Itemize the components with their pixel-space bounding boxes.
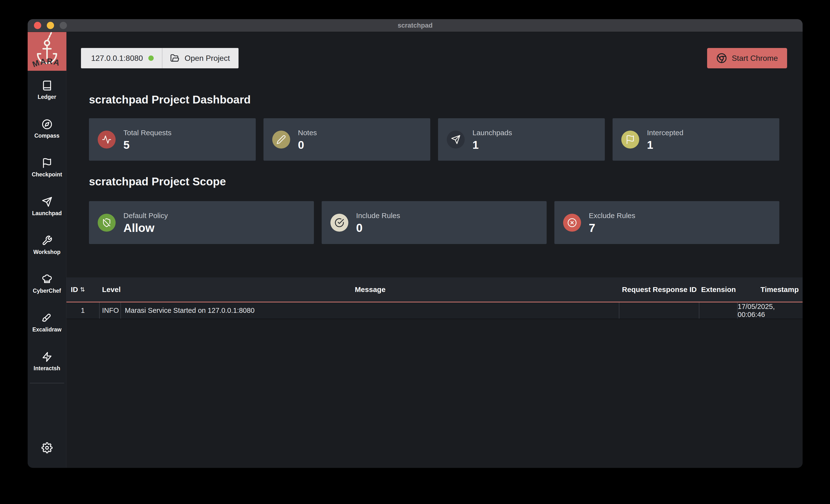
- open-project-button[interactable]: Open Project: [162, 48, 239, 68]
- sidebar-item-workshop[interactable]: Workshop: [28, 226, 66, 265]
- log-table: ID ⇅ Level Message Request Response ID E…: [66, 277, 803, 319]
- column-header-timestamp[interactable]: Timestamp: [738, 277, 803, 302]
- scope-title: scratchpad Project Scope: [89, 175, 779, 188]
- stat-card-notes: Notes 0: [263, 118, 430, 161]
- scope-card-default-policy: Default Policy Allow: [89, 201, 314, 244]
- gear-icon: [41, 442, 53, 453]
- column-header-request-response-id[interactable]: Request Response ID: [619, 277, 699, 302]
- traffic-lights: [34, 19, 67, 32]
- sidebar-item-label: Ledger: [38, 94, 56, 100]
- stat-value: 0: [298, 139, 317, 150]
- main-content: 127.0.0.1:8080 Open Project Start Chrome…: [66, 32, 803, 468]
- stat-label: Total Requests: [123, 129, 171, 137]
- sidebar-item-label: CyberChef: [33, 288, 61, 294]
- marasi-logo[interactable]: MARASI: [28, 32, 66, 71]
- shield-off-icon: [98, 214, 116, 232]
- minimize-window-button[interactable]: [47, 22, 54, 29]
- cell-id: 1: [66, 302, 100, 318]
- brand-text: MARASI: [28, 32, 61, 69]
- stat-value: 1: [473, 139, 512, 150]
- stat-label: Launchpads: [473, 129, 512, 137]
- sidebar-item-label: Checkpoint: [32, 171, 62, 178]
- dashboard-title: scratchpad Project Dashboard: [89, 93, 779, 106]
- toolbar: 127.0.0.1:8080 Open Project Start Chrome: [81, 48, 787, 68]
- online-status-dot: [148, 56, 154, 61]
- cell-request-response-id: [619, 302, 699, 318]
- open-project-label: Open Project: [185, 54, 230, 63]
- cell-extension: [699, 302, 738, 318]
- sidebar-item-cyberchef[interactable]: CyberChef: [28, 265, 66, 303]
- scope-card-include-rules: Include Rules 0: [322, 201, 547, 244]
- chrome-icon: [716, 53, 727, 64]
- svg-text:MARASI: MARASI: [28, 32, 61, 69]
- log-table-row[interactable]: 1 INFO Marasi Service Started on 127.0.0…: [66, 302, 803, 319]
- column-header-id[interactable]: ID ⇅: [66, 277, 100, 302]
- start-chrome-button[interactable]: Start Chrome: [707, 48, 787, 68]
- stat-label: Intercepted: [647, 129, 683, 137]
- sidebar-divider: [30, 383, 64, 383]
- proxy-address-display[interactable]: 127.0.0.1:8080: [81, 48, 162, 68]
- proxy-address-text: 127.0.0.1:8080: [91, 54, 143, 63]
- titlebar[interactable]: scratchpad: [28, 19, 803, 32]
- sidebar-item-checkpoint[interactable]: Checkpoint: [28, 148, 66, 187]
- zoom-window-button[interactable]: [60, 22, 67, 29]
- stat-card-total-requests: Total Requests 5: [89, 118, 256, 161]
- x-circle-icon: [563, 214, 581, 232]
- sidebar-item-launchpad[interactable]: Launchpad: [28, 187, 66, 226]
- wrench-icon: [42, 235, 52, 246]
- sort-icon: ⇅: [80, 286, 85, 293]
- scope-value: 0: [356, 222, 400, 234]
- cell-level: INFO: [100, 302, 121, 318]
- column-header-message[interactable]: Message: [121, 277, 619, 302]
- scope-label: Include Rules: [356, 211, 400, 220]
- dashboard-stats: Total Requests 5 Notes 0: [89, 118, 779, 161]
- app-window: scratchpad MARASI: [28, 19, 803, 468]
- cell-message: Marasi Service Started on 127.0.0.1:8080: [121, 302, 619, 318]
- sidebar-item-label: Launchpad: [32, 210, 62, 216]
- check-circle-icon: [330, 214, 348, 232]
- sidebar-item-label: Compass: [34, 133, 60, 139]
- scope-value: Allow: [123, 222, 168, 234]
- cell-timestamp: 17/05/2025, 00:06:46: [738, 302, 803, 318]
- window-title: scratchpad: [397, 22, 433, 29]
- proxy-control-group: 127.0.0.1:8080 Open Project: [81, 48, 238, 68]
- scope-value: 7: [589, 222, 635, 234]
- anchor-icon: MARASI: [28, 32, 66, 71]
- close-window-button[interactable]: [34, 22, 41, 29]
- paper-plane-icon: [42, 197, 52, 207]
- sidebar-item-label: Excalidraw: [32, 326, 61, 333]
- log-table-header: ID ⇅ Level Message Request Response ID E…: [66, 277, 803, 302]
- sidebar-item-excalidraw[interactable]: Excalidraw: [28, 303, 66, 342]
- activity-icon: [98, 131, 116, 148]
- stat-value: 1: [647, 139, 683, 150]
- paper-plane-icon: [447, 131, 465, 148]
- scope-cards: Default Policy Allow Include Rules 0: [89, 201, 779, 244]
- stat-card-intercepted: Intercepted 1: [612, 118, 779, 161]
- scope-card-exclude-rules: Exclude Rules 7: [554, 201, 779, 244]
- start-chrome-label: Start Chrome: [732, 54, 778, 63]
- column-header-level[interactable]: Level: [100, 277, 121, 302]
- sidebar-item-label: Workshop: [33, 249, 60, 256]
- paintbrush-icon: [42, 313, 52, 324]
- flag-icon: [42, 158, 52, 168]
- ledger-book-icon: [42, 80, 52, 91]
- chef-hat-icon: [42, 274, 52, 285]
- scope-label: Default Policy: [123, 211, 168, 220]
- sidebar-item-compass[interactable]: Compass: [28, 109, 66, 148]
- sidebar-item-interactsh[interactable]: Interactsh: [28, 342, 66, 381]
- scope-label: Exclude Rules: [589, 211, 635, 220]
- sidebar-item-label: Interactsh: [34, 365, 60, 372]
- settings-button[interactable]: [41, 442, 53, 454]
- sidebar: MARASI Ledger Compass Checkpoint Launchp…: [28, 32, 66, 468]
- lightning-bolt-icon: [42, 351, 52, 362]
- stat-value: 5: [123, 139, 171, 150]
- stat-label: Notes: [298, 129, 317, 137]
- sidebar-item-ledger[interactable]: Ledger: [28, 71, 66, 109]
- compass-icon: [42, 119, 52, 130]
- pencil-icon: [272, 131, 290, 148]
- folder-open-icon: [170, 54, 180, 63]
- column-header-extension[interactable]: Extension: [699, 277, 738, 302]
- stat-card-launchpads: Launchpads 1: [438, 118, 605, 161]
- flag-icon: [621, 131, 639, 148]
